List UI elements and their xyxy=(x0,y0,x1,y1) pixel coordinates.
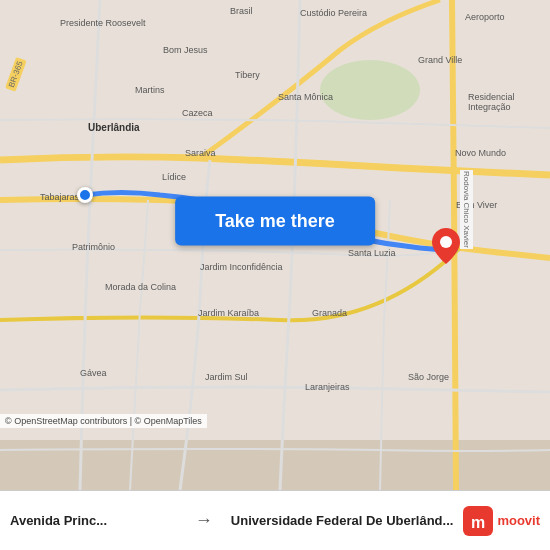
footer: Avenida Princ... → Universidade Federal … xyxy=(0,490,550,550)
map-attribution: © OpenStreetMap contributors | © OpenMap… xyxy=(0,414,207,428)
svg-point-3 xyxy=(440,236,452,248)
take-me-there-button[interactable]: Take me there xyxy=(175,196,375,245)
svg-text:m: m xyxy=(471,514,485,531)
footer-from-label: Avenida Princ... xyxy=(10,513,177,528)
map-container: Presidente Roosevelt Bom Jesus Brasil Cu… xyxy=(0,0,550,490)
moovit-logo: m moovit xyxy=(463,506,550,536)
moovit-logo-text: moovit xyxy=(497,513,540,528)
destination-marker xyxy=(432,228,460,268)
moovit-logo-icon: m xyxy=(463,506,493,536)
footer-origin: Avenida Princ... xyxy=(0,507,187,534)
footer-destination: Universidade Federal De Uberlând... xyxy=(221,507,464,534)
footer-to-label: Universidade Federal De Uberlând... xyxy=(231,513,454,528)
svg-point-1 xyxy=(320,60,420,120)
footer-arrow-icon: → xyxy=(187,510,221,531)
origin-marker xyxy=(77,187,93,203)
